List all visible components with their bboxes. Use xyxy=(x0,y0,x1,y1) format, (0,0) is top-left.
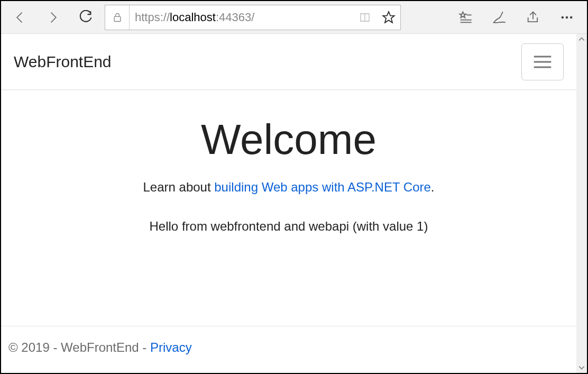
site-header: WebFrontEnd xyxy=(1,34,576,90)
share-icon[interactable] xyxy=(516,2,550,33)
welcome-heading: Welcome xyxy=(1,115,576,164)
url-host: localhost xyxy=(170,11,216,24)
scroll-down-icon[interactable] xyxy=(576,362,587,373)
url-text[interactable]: https://localhost:44363/ xyxy=(130,11,354,24)
api-message: Hello from webfrontend and webapi (with … xyxy=(1,219,576,234)
svg-rect-0 xyxy=(114,16,121,21)
learn-prefix: Learn about xyxy=(143,180,214,194)
vertical-scrollbar[interactable] xyxy=(576,34,587,373)
privacy-link[interactable]: Privacy xyxy=(150,340,192,354)
hamburger-button[interactable] xyxy=(521,43,564,80)
page-body: WebFrontEnd Welcome Learn about building… xyxy=(1,34,576,373)
forward-button[interactable] xyxy=(37,2,69,33)
svg-point-4 xyxy=(562,16,564,19)
refresh-button[interactable] xyxy=(70,2,102,33)
url-path: / xyxy=(251,11,254,24)
scroll-up-icon[interactable] xyxy=(576,34,587,44)
learn-suffix: . xyxy=(431,180,435,194)
learn-link[interactable]: building Web apps with ASP.NET Core xyxy=(214,180,431,194)
footer-separator: - xyxy=(139,340,150,354)
svg-point-5 xyxy=(566,16,568,19)
copyright-text: © 2019 - WebFrontEnd xyxy=(8,340,139,354)
back-button[interactable] xyxy=(4,2,36,33)
favorite-star-icon[interactable] xyxy=(377,5,400,30)
favorites-list-icon[interactable] xyxy=(448,2,482,33)
learn-text: Learn about building Web apps with ASP.N… xyxy=(1,180,576,195)
brand-title[interactable]: WebFrontEnd xyxy=(14,53,112,71)
content-area: WebFrontEnd Welcome Learn about building… xyxy=(1,34,587,373)
more-icon[interactable] xyxy=(550,2,584,33)
hero-section: Welcome Learn about building Web apps wi… xyxy=(1,90,576,195)
notes-icon[interactable] xyxy=(482,2,516,33)
browser-right-buttons xyxy=(448,2,584,33)
address-bar[interactable]: https://localhost:44363/ xyxy=(105,5,401,30)
lock-icon xyxy=(105,5,130,30)
svg-point-6 xyxy=(570,16,572,19)
site-footer: © 2019 - WebFrontEnd - Privacy xyxy=(1,326,576,369)
reading-view-icon[interactable] xyxy=(354,5,377,30)
url-protocol: https:// xyxy=(135,11,170,24)
browser-toolbar: https://localhost:44363/ xyxy=(1,1,587,34)
url-port: :44363 xyxy=(216,11,251,24)
